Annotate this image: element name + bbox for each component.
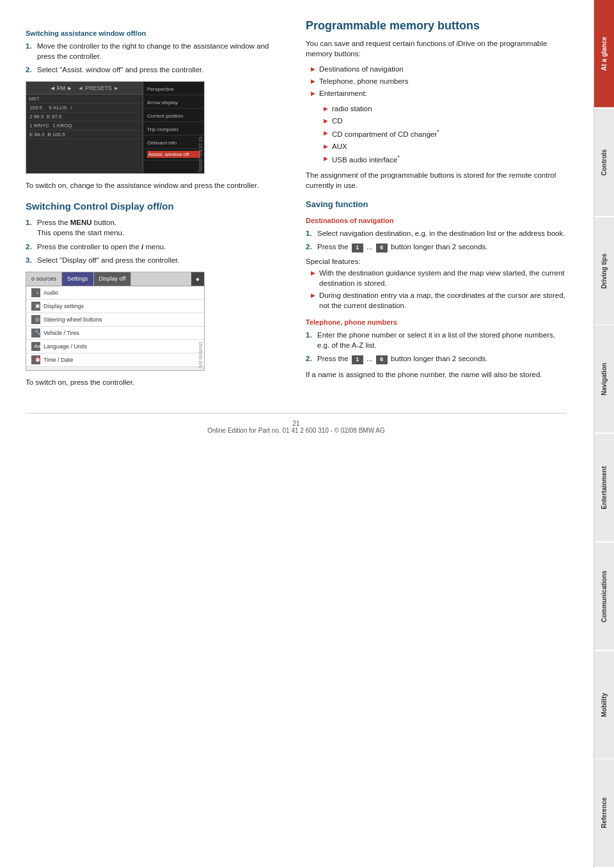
programmable-heading: Programmable memory buttons [306,19,567,33]
bullet-dest-nav: ▶ Destinations of navigation [306,64,567,74]
tab-label: Mobility [601,692,608,717]
tab-label: Reference [601,798,608,828]
step-text: Press the 1 ... 6 button longer than 2 s… [317,353,488,364]
dest-step-1: 1. Select navigation destination, e.g. i… [306,228,567,238]
settings-tab: Settings [62,272,94,286]
bullet-usb: ▶ USB audio interface* [319,153,567,165]
tab-label: Driving tips [601,253,608,288]
tab-label: At a glance [601,36,608,70]
step-num: 1. [306,228,317,238]
main-bullet-list: ▶ Destinations of navigation ▶ Telephone… [306,64,567,98]
tab-label: Navigation [601,363,608,396]
sidebar-tab-driving-tips[interactable]: Driving tips [594,217,614,325]
step-num: 1. [26,41,37,61]
left-column: Switching assistance window off/on 1. Mo… [26,19,287,394]
button-1: 1 [352,244,363,252]
switching-assist-section: Switching assistance window off/on 1. Mo… [26,29,287,190]
assignment-note: The assignment of the programmable butto… [306,170,567,190]
bullet-text: AUX [332,141,347,151]
switching-display-section: Switching Control Display off/on 1. Pres… [26,201,287,387]
bullet-text: Destinations of navigation [319,64,404,74]
triangle-icon: ▶ [311,89,315,98]
bullet-text: Telephone, phone numbers [319,76,408,86]
sidebar-tab-communications[interactable]: Communications [594,543,614,650]
step-num: 2. [26,242,37,252]
page-footer: 21 Online Edition for Part no. 01 41 2 6… [26,413,567,434]
triangle-icon: ▶ [311,65,315,74]
phone-note: If a name is assigned to the phone numbe… [306,369,567,380]
copyright-text: Online Edition for Part no. 01 41 2 600 … [207,427,385,434]
tel-step-1: 1. Enter the phone number or select it i… [306,330,567,350]
screenshot-watermark: 02 13 502 (04/04) [198,137,203,172]
sidebar-tab-entertainment[interactable]: Entertainment [594,434,614,541]
step-num: 3. [26,255,37,265]
display-screenshot: o sources Settings Display off ● [26,272,205,371]
telephone-heading: Telephone, phone numbers [306,318,567,326]
triangle-icon: ▶ [324,117,328,125]
sidebar-tab-navigation[interactable]: Navigation [594,325,614,433]
sidebar-tabs: At a glance Controls Driving tips Naviga… [594,0,614,868]
page-number: 21 [292,420,299,427]
language-row: Aa Language / Units [26,340,204,353]
tab-label: Communications [601,570,608,622]
sidebar-tab-controls[interactable]: Controls [594,109,614,216]
step-1: 1. Move the controller to the right to c… [26,41,287,61]
tel-steps: 1. Enter the phone number or select it i… [306,330,567,364]
step-num: 2. [306,242,317,252]
step-num: 1. [306,330,317,350]
steering-row: ◎ Steering wheel buttons [26,313,204,327]
switching-assist-heading: Switching assistance window off/on [26,29,287,37]
triangle-icon: ▶ [324,105,328,113]
destinations-nav-heading: Destinations of navigation [306,217,567,224]
dot-icon: ● [196,275,200,283]
special-features-label: Special features: [306,258,567,265]
tab-label: Entertainment [601,466,608,509]
button-6-tel: 6 [376,355,388,364]
dest-nav-steps: 1. Select navigation destination, e.g. i… [306,228,567,252]
step-num: 2. [306,353,317,364]
sidebar-tab-at-a-glance[interactable]: At a glance [594,0,614,107]
triangle-icon: ▶ [311,77,315,86]
asterisk-mark-2: * [397,154,400,160]
triangle-icon: ▶ [324,143,328,151]
step-text: Press the MENU button.This opens the sta… [37,217,124,238]
display-step-3: 3. Select "Display off" and press the co… [26,255,287,265]
page-container: Switching assistance window off/on 1. Mo… [0,0,614,868]
button-6: 6 [376,244,388,252]
audio-row: ♪ Audio [26,286,204,300]
step-num: 2. [26,65,37,75]
bullet-radio: ▶ radio station [319,104,567,114]
step-text: Move the controller to the right to chan… [37,41,287,61]
sidebar-tab-mobility[interactable]: Mobility [594,651,614,759]
bullet-text: CD [332,116,343,126]
bullet-text: With the destination guidance system and… [319,268,567,288]
display-caption: To switch on, press the controller. [26,377,287,387]
button-1-tel: 1 [352,355,363,364]
tab-label: Controls [601,149,608,175]
special-bullet-1: ▶ With the destination guidance system a… [306,268,567,288]
screenshot-watermark-2: 05/45/05 (04) [198,342,203,369]
assist-screenshot: ◄ FM ► ◄ PRESETS ► MET 103.5S KLUS1 2 99… [26,81,205,174]
menu-bold: MENU [70,219,92,226]
triangle-icon: ▶ [324,129,328,137]
switching-assist-steps: 1. Move the controller to the right to c… [26,41,287,75]
bullet-text: USB audio interface* [332,153,400,165]
asterisk-mark: * [437,128,439,135]
special-bullet-2: ▶ During destination entry via a map, th… [306,290,567,311]
bullet-text: CD compartment of CD changer* [332,128,439,139]
intro-text: You can save and request certain functio… [306,38,567,59]
entertainment-sub-list: ▶ radio station ▶ CD ▶ CD compartment of… [319,104,567,165]
i-menu-icon: i [141,243,143,251]
sidebar-tab-reference[interactable]: Reference [594,759,614,867]
display-step-1: 1. Press the MENU button.This opens the … [26,217,287,238]
display-step-2: 2. Press the controller to open the i me… [26,242,287,252]
step-text: Press the 1 ... 6 button longer than 2 s… [317,242,488,252]
step-text: Select navigation destination, e.g. in t… [317,228,565,238]
time-row: ⏰ Time / Date [26,353,204,367]
assist-caption: To switch on, change to the assistance w… [26,180,287,190]
special-features-list: ▶ With the destination guidance system a… [306,268,567,311]
bullet-cd-changer: ▶ CD compartment of CD changer* [319,128,567,139]
step-text: Enter the phone number or select it in a… [317,330,567,350]
bullet-telephone: ▶ Telephone, phone numbers [306,76,567,86]
triangle-icon: ▶ [324,155,328,163]
